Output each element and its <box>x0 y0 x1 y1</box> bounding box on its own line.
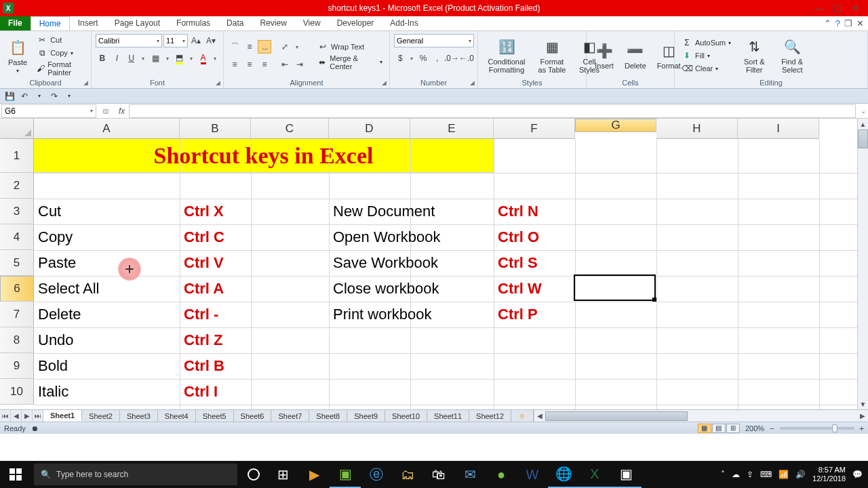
align-left-icon[interactable]: ≡ <box>228 58 241 71</box>
percent-icon[interactable]: % <box>417 52 430 65</box>
new-sheet-button[interactable]: ✧ <box>511 410 534 422</box>
align-top-icon[interactable]: ⎴ <box>228 40 241 54</box>
cell-B7[interactable]: Ctrl - <box>181 302 221 327</box>
scroll-right-icon[interactable]: ▶ <box>857 412 868 420</box>
cell-A9[interactable]: Bold <box>35 354 71 378</box>
cell-B3[interactable]: Ctrl X <box>181 199 226 224</box>
row-header-2[interactable]: 2 <box>0 173 34 199</box>
zoom-out-button[interactable]: − <box>770 424 774 432</box>
edge-icon[interactable]: ⓔ <box>361 461 392 488</box>
format-painter-button[interactable]: 🖌Format Painter <box>34 60 87 77</box>
taskbar-search[interactable]: 🔍Type here to search <box>34 464 237 485</box>
conditional-formatting-button[interactable]: 🔢Conditional Formatting <box>482 36 531 75</box>
close-button[interactable]: ✕ <box>852 3 860 14</box>
cut-button[interactable]: ✂Cut <box>34 34 87 46</box>
sheet-tab-sheet10[interactable]: Sheet10 <box>385 410 427 422</box>
decrease-indent-icon[interactable]: ⇤ <box>278 58 292 71</box>
cell-B5[interactable]: Ctrl V <box>181 251 226 275</box>
clipboard-dialog-launcher[interactable]: ◢ <box>83 79 88 86</box>
cell-F7[interactable]: Ctrl P <box>495 302 540 327</box>
cell-A3[interactable]: Cut <box>35 199 64 224</box>
clock[interactable]: 8:57 AM12/1/2018 <box>812 466 846 483</box>
column-header-B[interactable]: B <box>180 119 251 139</box>
column-header-F[interactable]: F <box>494 119 575 139</box>
camtasia-icon[interactable]: ▣ <box>330 461 361 488</box>
scroll-down-icon[interactable]: ▼ <box>858 399 868 409</box>
wrap-text-button[interactable]: ↩Wrap Text <box>315 41 385 53</box>
column-header-D[interactable]: D <box>329 119 410 139</box>
scroll-left-icon[interactable]: ◀ <box>534 412 545 420</box>
sheet-tab-sheet4[interactable]: Sheet4 <box>158 410 196 422</box>
cell-A7[interactable]: Delete <box>35 302 84 327</box>
paste-button[interactable]: 📋Paste▾ <box>4 37 31 75</box>
fill-button[interactable]: ⬇Fill▾ <box>679 49 734 62</box>
italic-icon[interactable]: I <box>111 52 124 65</box>
save-icon[interactable]: 💾 <box>4 91 15 102</box>
expand-formula-bar-icon[interactable]: ⌄ <box>861 107 866 115</box>
system-tray[interactable]: ˄ ☁ ⇪ ⌨ 📶 🔊 8:57 AM12/1/2018 💬 <box>715 466 868 483</box>
alignment-dialog-launcher[interactable]: ◢ <box>382 79 387 86</box>
cell-A5[interactable]: Paste <box>35 251 79 275</box>
border-icon[interactable]: ▦ <box>149 52 162 65</box>
cell-D7[interactable]: Print workbook <box>330 302 435 327</box>
format-as-table-button[interactable]: ▦Format as Table <box>534 36 570 75</box>
align-right-icon[interactable]: ≡ <box>258 58 271 71</box>
sheet-tab-sheet12[interactable]: Sheet12 <box>469 410 511 422</box>
cell-D5[interactable]: Save Workbook <box>330 251 441 275</box>
tab-addins[interactable]: Add-Ins <box>382 16 426 30</box>
font-dialog-launcher[interactable]: ◢ <box>216 79 220 86</box>
network-icon[interactable]: 📶 <box>778 470 789 479</box>
tab-data[interactable]: Data <box>218 16 252 30</box>
qat-customize-icon[interactable]: ▾ <box>64 91 75 102</box>
column-header-G[interactable]: G <box>575 119 656 132</box>
cell-D6[interactable]: Close workbook <box>330 277 442 301</box>
tab-page-layout[interactable]: Page Layout <box>106 16 168 30</box>
cell-B10[interactable]: Ctrl I <box>181 380 220 404</box>
cell-A4[interactable]: Copy <box>35 225 75 249</box>
cell-F5[interactable]: Ctrl S <box>495 251 540 275</box>
select-all-corner[interactable] <box>0 119 34 139</box>
fill-color-icon[interactable]: ⬒ <box>173 52 186 65</box>
usb-icon[interactable]: ⇪ <box>747 470 753 479</box>
row-header-3[interactable]: 3 <box>0 199 34 224</box>
start-button[interactable] <box>0 461 31 488</box>
cell-A10[interactable]: Italic <box>35 380 71 404</box>
minimize-button[interactable]: — <box>814 3 824 14</box>
sheet-tab-sheet3[interactable]: Sheet3 <box>120 410 158 422</box>
delete-cells-button[interactable]: ➖Delete <box>620 40 650 71</box>
row-header-5[interactable]: 5 <box>0 250 34 276</box>
autosum-button[interactable]: ΣAutoSum▾ <box>679 37 734 49</box>
tab-home[interactable]: Home <box>31 16 70 30</box>
scroll-up-icon[interactable]: ▲ <box>858 119 868 129</box>
minimize-ribbon-icon[interactable]: ⌃ <box>824 18 831 28</box>
column-header-H[interactable]: H <box>656 119 738 139</box>
sheet-nav-next[interactable]: ▶ <box>22 410 33 422</box>
cell-B6[interactable]: Ctrl A <box>181 277 226 301</box>
orientation-icon[interactable]: ⤢ <box>278 40 292 54</box>
task-view-icon[interactable]: ⊞ <box>267 461 298 488</box>
zoom-slider[interactable] <box>780 427 854 430</box>
macro-record-icon[interactable]: ⏺ <box>31 424 39 432</box>
row-header-8[interactable]: 8 <box>0 327 34 353</box>
tab-file[interactable]: File <box>0 16 31 30</box>
vertical-scrollbar[interactable]: ▲ ▼ <box>857 119 868 409</box>
chrome-icon[interactable]: 🌐 <box>548 461 579 488</box>
name-box[interactable]: G6▾ <box>1 104 96 118</box>
sheet-tab-sheet6[interactable]: Sheet6 <box>234 410 272 422</box>
excel-taskbar-icon[interactable]: X <box>579 461 610 488</box>
app-icon-green[interactable]: ● <box>486 461 517 488</box>
cell-F4[interactable]: Ctrl O <box>495 225 542 249</box>
cell-B4[interactable]: Ctrl C <box>181 225 227 249</box>
tab-view[interactable]: View <box>295 16 329 30</box>
align-middle-icon[interactable]: ≡ <box>243 40 256 54</box>
cell-F3[interactable]: Ctrl N <box>495 199 541 224</box>
clear-button[interactable]: ⌫Clear▾ <box>679 62 734 75</box>
notifications-icon[interactable]: 💬 <box>852 470 863 479</box>
hscroll-thumb[interactable] <box>545 411 688 421</box>
cell-D4[interactable]: Open Workbook <box>330 225 443 249</box>
sheet-nav-first[interactable]: ⏮ <box>0 410 11 422</box>
vscroll-thumb[interactable] <box>858 129 868 148</box>
zoom-level[interactable]: 200% <box>745 424 764 432</box>
font-name-select[interactable]: Calibri▾ <box>96 34 162 47</box>
cell-A8[interactable]: Undo <box>35 328 77 352</box>
